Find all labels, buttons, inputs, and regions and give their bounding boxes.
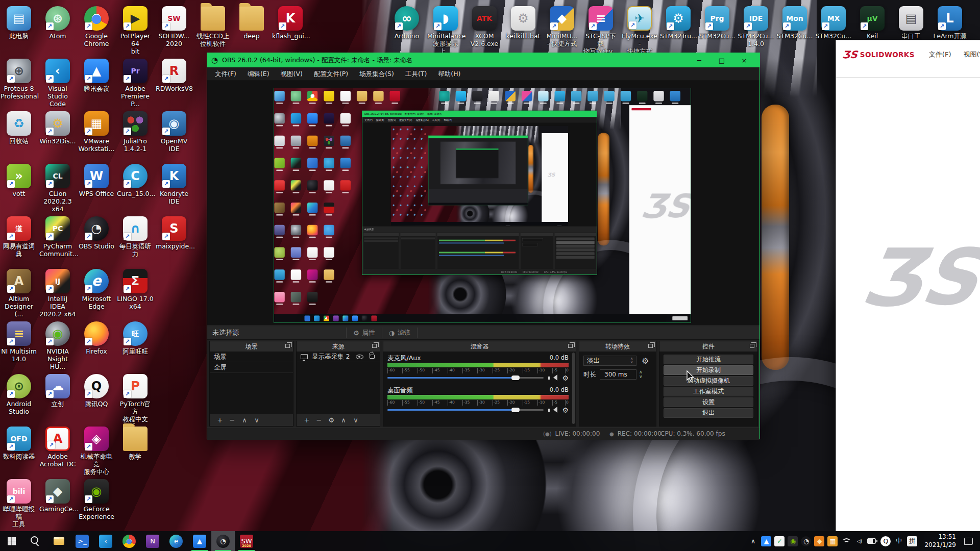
desktop-icon[interactable]: ATK XCOM V2.6.exe [466, 6, 503, 48]
volume-slider[interactable] [387, 374, 544, 382]
scene-list-item[interactable]: 全屏 [210, 362, 293, 373]
gear-icon[interactable]: ⚙ [562, 374, 569, 382]
taskbar-clock[interactable]: 13:512021/1/29 [924, 533, 956, 549]
speaker-icon[interactable] [548, 407, 557, 413]
desktop-icon[interactable]: ◔ OBS Studio [78, 216, 115, 251]
control-button[interactable]: 设置 [664, 397, 753, 407]
desktop-icon[interactable]: PC PyCharm Communit... [39, 216, 76, 258]
solidworks-2020[interactable]: SW2020 [235, 531, 258, 551]
desktop-icon[interactable]: W WPS Office [78, 164, 115, 198]
popout-icon[interactable] [750, 344, 754, 348]
desktop-icon[interactable]: ▶ PotPlayer 64 bit [117, 6, 154, 55]
desktop-icon[interactable]: ◆ MiniIMU... - 快捷方式 [544, 6, 580, 48]
desktop-icon[interactable]: ‹ Visual Studio Code [39, 59, 76, 108]
chrome[interactable]: ● [117, 531, 141, 551]
control-button[interactable]: 退出 [664, 408, 753, 418]
desktop-icon[interactable]: ≡ NI Multisim 14.0 [1, 321, 37, 363]
tray-qq[interactable]: Q [880, 536, 891, 546]
control-button[interactable]: 开始录制 [664, 365, 753, 375]
tray-expand-chevron[interactable]: ∧ [748, 536, 758, 546]
edge[interactable]: e [164, 531, 188, 551]
desktop-icon[interactable]: S maixpyide... [156, 216, 192, 251]
wifi-icon[interactable] [841, 536, 851, 546]
scene-list-item[interactable]: 场景 [210, 352, 293, 362]
desktop-icon[interactable]: C Cura_15.0... [117, 164, 154, 198]
popout-icon[interactable] [372, 344, 377, 348]
desktop-icon[interactable]: e Microsoft Edge [78, 269, 115, 311]
sources-toolbar-button[interactable]: ⚙ [325, 416, 337, 424]
desktop-icon[interactable]: ● Google Chrome [78, 6, 115, 48]
tray-obs[interactable]: ◔ [801, 536, 811, 546]
desktop-icon[interactable]: ⊛ Atom [39, 6, 76, 40]
tray-solidworks[interactable]: ✓ [774, 536, 785, 546]
scenes-toolbar-button[interactable]: ∨ [251, 416, 263, 424]
tray-sandbox[interactable]: ▦ [827, 536, 838, 546]
popout-icon[interactable] [568, 344, 573, 348]
obs-menu-item[interactable]: 文件(F) [209, 67, 242, 81]
battery-icon[interactable] [867, 536, 877, 546]
visibility-eye-icon[interactable] [356, 355, 363, 359]
desktop-icon[interactable]: ⊕ Proteus 8 Professional [1, 59, 37, 101]
desktop-icon[interactable]: ◉ OpenMV IDE [156, 111, 192, 153]
minimize-button[interactable]: ─ [688, 57, 710, 64]
desktop-icon[interactable]: 线性CCD上 位机软件 [194, 6, 231, 48]
slider-handle[interactable] [511, 408, 520, 412]
obs-menu-item[interactable]: 配置文件(P) [308, 67, 354, 81]
obs-menu-item[interactable]: 工具(T) [400, 67, 432, 81]
desktop-icon[interactable]: ✈ FlyMcu.exe - 快捷方式 [621, 6, 658, 55]
obs-menu-item[interactable]: 场景集合(S) [354, 67, 400, 81]
desktop-icon[interactable]: deep [233, 6, 270, 40]
desktop-icon[interactable]: ◆ GamingCe... [39, 479, 76, 513]
tencent-meeting[interactable]: ▲ [188, 531, 211, 551]
solidworks-menu-item[interactable]: 视图(V) [963, 50, 980, 59]
desktop-icon[interactable]: SW SOLIDW... 2020 [156, 6, 192, 48]
desktop-icon[interactable]: 教学 [117, 427, 154, 461]
sources-toolbar-button[interactable]: ∧ [337, 416, 350, 424]
ime-chinese[interactable]: 中 [894, 536, 904, 546]
scenes-toolbar-button[interactable]: − [226, 416, 238, 424]
desktop-icon[interactable]: OFD 数科阅读器 [1, 427, 37, 461]
obs-menu-item[interactable]: 帮助(H) [432, 67, 466, 81]
control-button[interactable]: 启动虚拟摄像机 [664, 376, 753, 386]
desktop-icon[interactable]: ▲ 腾讯会议 [78, 59, 115, 93]
desktop-icon[interactable]: bili 哔哩哔哩投稿 工具 [1, 479, 37, 528]
tray-nvidia[interactable]: ◉ [788, 536, 798, 546]
ime-pinyin[interactable]: 拼 [907, 536, 917, 546]
desktop-icon[interactable]: ⚙ Win32Dis... [39, 111, 76, 145]
spinner-buttons[interactable]: ∧∨ [639, 370, 643, 380]
onenote[interactable]: N [141, 531, 164, 551]
desktop-icon[interactable]: ◉ GeForce Experience [78, 479, 115, 521]
tray-security[interactable]: ◆ [814, 536, 824, 546]
desktop-icon[interactable]: ◗ MiniBalance 波形显示上... [427, 6, 464, 55]
solidworks-canvas[interactable]: ƷS [836, 78, 980, 531]
desktop-icon[interactable]: ◈ 机械革命电竞 服务中心 [78, 427, 115, 475]
gear-icon[interactable]: ⚙ [562, 406, 569, 414]
obs-titlebar[interactable]: ◔ OBS 26.0.2 (64-bit, windows) - 配置文件: 未… [207, 53, 760, 67]
desktop-icon[interactable]: IDE STM32Cu... 1.4.0 [738, 6, 774, 48]
source-list-item[interactable]: 显示器采集 2 [297, 352, 380, 362]
volume-slider[interactable] [387, 406, 544, 414]
obs-preview[interactable]: OBS 26.0.2 (64-bit, windows) - 配置文件: 未命名… [207, 81, 760, 325]
sources-toolbar-button[interactable]: + [301, 416, 313, 424]
desktop-icon[interactable]: Prg STM32Cu... [699, 6, 736, 40]
speaker-icon[interactable] [548, 374, 557, 381]
gear-icon[interactable]: ⚙ [642, 356, 649, 366]
solidworks-titlebar[interactable]: ƷSSOLIDWORKS 文件(F)视图(V)工具(T) [836, 40, 980, 78]
filters-button[interactable]: ◑滤镜 [382, 328, 418, 338]
file-explorer[interactable] [47, 531, 70, 551]
maximize-button[interactable]: □ [710, 57, 733, 64]
start-button[interactable] [0, 531, 23, 551]
control-button[interactable]: 开始推流 [664, 355, 753, 364]
desktop-icon[interactable]: Mon STM32Cu... [776, 6, 813, 40]
search-button[interactable] [23, 531, 47, 551]
tray-tencent-meeting[interactable]: ▲ [761, 536, 771, 546]
control-button[interactable]: 工作室模式 [664, 387, 753, 396]
unlock-icon[interactable] [370, 355, 375, 359]
desktop-icon[interactable]: ∞ Arduino [388, 6, 425, 40]
desktop-icon[interactable]: » vott [1, 164, 37, 198]
desktop-icon[interactable]: ⊙ Android Studio [1, 374, 37, 416]
desktop-icon[interactable]: Σ LINGO 17.0 x64 [117, 269, 154, 311]
desktop-icon[interactable]: JuliaPro 1.4.2-1 [117, 111, 154, 153]
desktop-icon[interactable]: μV Keil [854, 6, 891, 40]
notification-center-icon[interactable] [964, 538, 973, 545]
